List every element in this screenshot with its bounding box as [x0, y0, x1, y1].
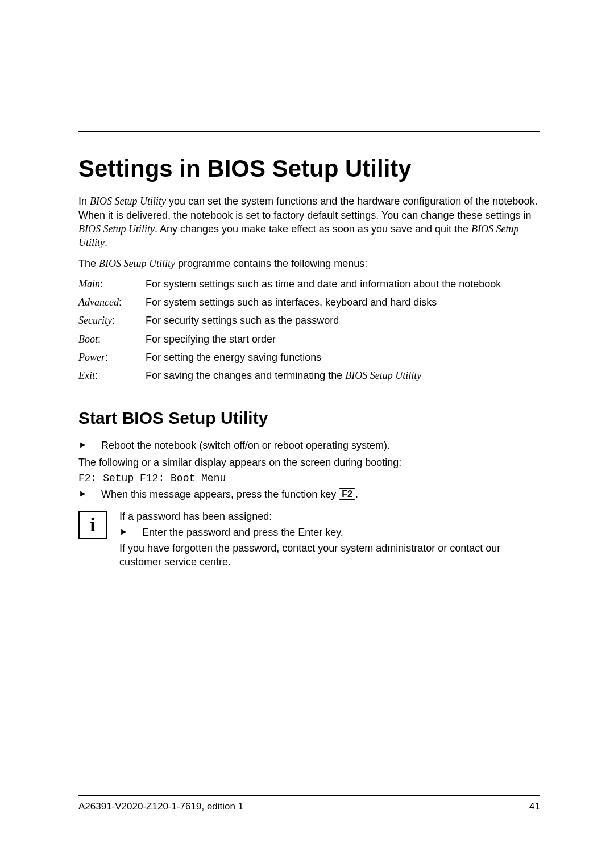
intro-text: When it is delivered, the notebook is se…	[78, 210, 532, 221]
step-list: When this message appears, press the fun…	[78, 487, 540, 501]
step-list: Enter the password and press the Enter k…	[119, 525, 540, 539]
footer-rule	[78, 795, 540, 796]
info-box: i If a password has been assigned: Enter…	[78, 510, 540, 571]
menu-colon: :	[105, 352, 108, 363]
step-list: Reboot the notebook (switch off/on or re…	[78, 439, 540, 452]
menu-desc-text: For saving the changes and terminating t…	[146, 370, 345, 381]
menu-colon: :	[98, 333, 101, 345]
paragraph: The following or a similar display appea…	[78, 456, 540, 469]
table-row: Main: For system settings such as time a…	[78, 275, 501, 293]
step-text: .	[355, 489, 358, 500]
section-title: Start BIOS Setup Utility	[78, 408, 540, 428]
menu-label: Power:	[78, 348, 146, 366]
step-item: Enter the password and press the Enter k…	[119, 525, 540, 539]
menus-intro: The BIOS Setup Utility programme contain…	[78, 257, 540, 270]
menu-desc: For saving the changes and terminating t…	[146, 366, 501, 385]
menu-desc: For system settings such as time and dat…	[146, 275, 501, 293]
menu-name: Power	[78, 352, 105, 363]
info-line: If you have forgotten the password, cont…	[119, 541, 540, 569]
menu-desc-em: BIOS Setup Utility	[345, 370, 421, 381]
menu-label: Exit:	[78, 366, 146, 385]
document-page: Settings in BIOS Setup Utility In BIOS S…	[0, 0, 614, 868]
intro-text: . Any changes you make take effect as so…	[155, 223, 471, 235]
menu-desc: For specifying the start order	[146, 330, 501, 348]
menu-name: Security	[78, 315, 112, 326]
table-row: Security: For security settings such as …	[78, 311, 501, 329]
table-row: Advanced: For system settings such as in…	[78, 293, 501, 311]
intro-text: you can set the system functions and the…	[166, 195, 537, 207]
menu-colon: :	[95, 370, 98, 381]
info-body: If a password has been assigned: Enter t…	[119, 510, 540, 571]
menu-name: Exit	[78, 370, 95, 381]
menu-name: Main	[78, 278, 100, 290]
menus-intro-text: The	[78, 258, 99, 269]
intro-em: BIOS Setup Utility	[78, 223, 155, 235]
menu-desc: For system settings such as interfaces, …	[146, 293, 501, 311]
step-text: When this message appears, press the fun…	[101, 489, 339, 500]
menu-colon: :	[100, 278, 103, 290]
info-icon: i	[78, 511, 107, 539]
menu-name: Advanced	[78, 297, 119, 308]
intro-em: BIOS Setup Utility	[90, 195, 166, 207]
menu-label: Advanced:	[78, 293, 146, 311]
intro-text: In	[78, 195, 90, 207]
table-row: Exit: For saving the changes and termina…	[78, 366, 501, 385]
table-row: Power: For setting the energy saving fun…	[78, 348, 501, 366]
menu-desc: For security settings such as the passwo…	[146, 311, 501, 329]
info-line: If a password has been assigned:	[119, 510, 540, 523]
step-item: Reboot the notebook (switch off/on or re…	[78, 439, 540, 452]
intro-paragraph: In BIOS Setup Utility you can set the sy…	[78, 194, 540, 249]
menus-intro-text: programme contains the following menus:	[175, 258, 367, 269]
menu-table: Main: For system settings such as time a…	[78, 275, 501, 385]
menu-label: Boot:	[78, 330, 146, 348]
footer-left: A26391-V2020-Z120-1-7619, edition 1	[78, 801, 243, 812]
boot-display-line: F2: Setup F12: Boot Menu	[78, 473, 540, 484]
footer-right: 41	[529, 801, 540, 812]
footer-row: A26391-V2020-Z120-1-7619, edition 1 41	[78, 801, 540, 812]
header-rule	[78, 131, 540, 132]
menu-label: Main:	[78, 275, 146, 293]
intro-text: .	[105, 237, 107, 248]
page-title: Settings in BIOS Setup Utility	[78, 155, 540, 183]
menu-desc: For setting the energy saving functions	[146, 348, 501, 366]
table-row: Boot: For specifying the start order	[78, 330, 501, 348]
keycap-f2: F2	[339, 488, 355, 500]
menu-colon: :	[119, 297, 122, 308]
page-footer: A26391-V2020-Z120-1-7619, edition 1 41	[78, 795, 540, 812]
menu-colon: :	[112, 315, 115, 326]
step-item: When this message appears, press the fun…	[78, 487, 540, 501]
menu-label: Security:	[78, 311, 146, 329]
menus-intro-em: BIOS Setup Utility	[99, 258, 175, 269]
menu-name: Boot	[78, 333, 98, 345]
